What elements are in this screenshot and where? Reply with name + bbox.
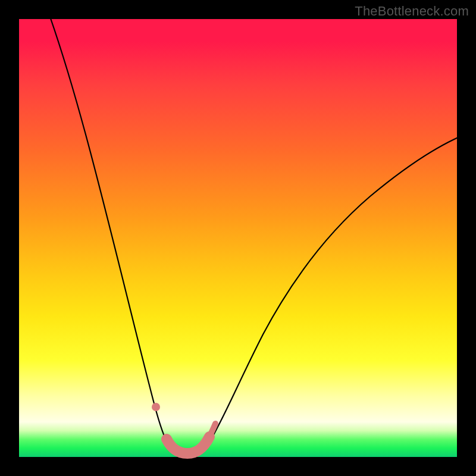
chart-svg bbox=[19, 19, 457, 457]
plot-area bbox=[19, 19, 457, 457]
highlight-bowl bbox=[167, 437, 209, 453]
watermark-text: TheBottleneck.com bbox=[355, 4, 469, 19]
highlight-dot bbox=[152, 403, 160, 411]
curve-left-branch bbox=[50, 17, 169, 446]
curve-right-branch bbox=[208, 137, 459, 444]
outer-frame: TheBottleneck.com bbox=[0, 0, 476, 476]
